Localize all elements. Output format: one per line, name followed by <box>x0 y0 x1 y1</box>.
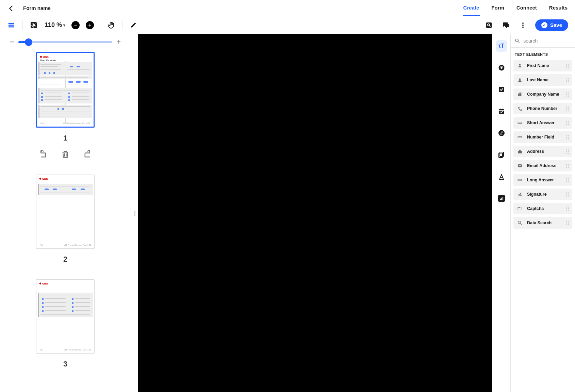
element-email-address[interactable]: Email Address <box>513 160 572 172</box>
comments-button[interactable] <box>501 20 511 30</box>
zoom-value: 110 % <box>45 21 62 29</box>
home-icon <box>517 149 523 154</box>
element-address[interactable]: Address <box>513 146 572 157</box>
category-text[interactable]: τT <box>496 40 507 52</box>
back-button[interactable] <box>7 4 15 12</box>
rotate-right-button[interactable] <box>83 149 93 159</box>
category-copy[interactable] <box>496 149 507 161</box>
delete-page-button[interactable] <box>61 149 70 159</box>
settings-button[interactable] <box>29 20 38 30</box>
save-button[interactable]: ✓ Save <box>535 19 568 31</box>
mail-icon <box>517 163 523 168</box>
page-number: 3 <box>63 360 67 369</box>
tab-connect[interactable]: Connect <box>516 0 538 16</box>
header: Form name Create Form Connect Results <box>0 0 575 16</box>
find-in-page-button[interactable] <box>484 20 494 30</box>
short-icon <box>517 134 523 140</box>
element-last-name[interactable]: Last Name <box>513 74 572 86</box>
element-signature[interactable]: Signature <box>513 189 572 200</box>
category-photo[interactable] <box>496 62 507 74</box>
drag-handle-icon[interactable] <box>566 92 569 97</box>
folder-icon <box>517 206 523 211</box>
drag-handle-icon[interactable] <box>566 121 569 125</box>
drag-handle-icon[interactable] <box>566 149 569 154</box>
tab-label: Results <box>549 5 568 11</box>
category-text-format[interactable] <box>496 171 507 182</box>
tab-form[interactable]: Form <box>491 0 505 16</box>
business-icon <box>517 92 523 97</box>
svg-rect-48 <box>500 199 500 200</box>
search-icon <box>517 220 523 226</box>
page-thumbnail-2[interactable]: UBS Pg 2UBS Financial Services · Rev 11-… <box>36 175 95 249</box>
drag-handle-icon[interactable] <box>566 164 569 168</box>
elements-search[interactable] <box>511 34 575 48</box>
elements-panel: TEXT ELEMENTS First NameLast NameCompany… <box>510 34 575 392</box>
tab-results[interactable]: Results <box>548 0 568 16</box>
more-menu-button[interactable] <box>518 20 528 30</box>
element-long-answer[interactable]: Long Answer <box>513 174 572 186</box>
thumbnail-panel: − + UBS Short Worksheet <box>0 34 131 392</box>
element-label: Captcha <box>527 206 544 211</box>
slider-thumb[interactable] <box>25 38 32 46</box>
slider-minus[interactable]: − <box>8 38 16 46</box>
thumbnail-zoom-slider[interactable]: − + <box>8 38 122 46</box>
drag-handle-icon[interactable] <box>566 64 569 68</box>
element-short-answer[interactable]: Short Answer <box>513 117 572 129</box>
document-canvas[interactable] <box>138 34 492 392</box>
element-number-field[interactable]: Number Field <box>513 131 572 143</box>
rotate-left-button[interactable] <box>38 149 48 159</box>
category-date[interactable] <box>496 105 507 117</box>
element-label: Short Answer <box>527 120 555 125</box>
panel-toggle-button[interactable] <box>7 20 16 30</box>
copy-icon <box>498 151 505 159</box>
element-label: Data Search <box>527 220 552 225</box>
elements-search-input[interactable] <box>523 38 571 44</box>
element-data-search[interactable]: Data Search <box>513 217 572 229</box>
page-thumbnail-1[interactable]: UBS Short Worksheet <box>36 52 95 128</box>
text-format-icon <box>498 173 505 180</box>
element-first-name[interactable]: First Name <box>513 60 572 71</box>
pan-tool-button[interactable] <box>106 20 116 30</box>
drag-handle-icon[interactable] <box>566 135 569 140</box>
header-tabs: Create Form Connect Results <box>463 0 568 16</box>
short-icon <box>517 177 523 183</box>
category-swap[interactable] <box>496 127 507 139</box>
tab-label: Create <box>463 5 479 11</box>
element-label: Last Name <box>527 78 548 82</box>
checkbox-icon <box>498 86 505 93</box>
category-checkbox[interactable] <box>496 84 507 95</box>
drag-handle-icon[interactable] <box>566 207 569 211</box>
toolbar: 110 % ▾ − + ✓ Save <box>0 16 575 34</box>
element-captcha[interactable]: Captcha <box>513 203 572 214</box>
zoom-out-button[interactable]: − <box>71 21 80 29</box>
category-chart[interactable] <box>496 193 507 204</box>
check-icon: ✓ <box>541 22 547 28</box>
tab-label: Form <box>491 5 504 11</box>
element-label: Signature <box>527 192 547 197</box>
zoom-dropdown[interactable]: 110 % ▾ <box>45 21 65 29</box>
page-thumbnail-3[interactable]: UBS Pg 3UBS Financial Services · Rev 11-… <box>36 279 95 354</box>
person-icon <box>517 77 523 83</box>
signature-icon <box>517 192 523 197</box>
elements-list: First NameLast NameCompany NamePhone Num… <box>511 60 575 229</box>
drag-handle-icon[interactable] <box>566 78 569 82</box>
tab-create[interactable]: Create <box>463 0 480 16</box>
save-label: Save <box>550 22 562 28</box>
element-label: Company Name <box>527 92 559 97</box>
form-title[interactable]: Form name <box>23 5 51 11</box>
zoom-in-button[interactable]: + <box>86 21 94 29</box>
edit-tool-button[interactable] <box>129 20 138 30</box>
drag-handle-icon[interactable] <box>566 192 569 197</box>
panel-resizer[interactable]: || <box>131 34 138 392</box>
drag-handle-icon[interactable] <box>566 107 569 111</box>
tab-label: Connect <box>516 5 537 11</box>
element-phone-number[interactable]: Phone Number <box>513 103 572 114</box>
search-icon <box>515 38 520 44</box>
slider-track[interactable] <box>18 41 112 43</box>
element-company-name[interactable]: Company Name <box>513 88 572 100</box>
drag-handle-icon[interactable] <box>566 221 569 225</box>
element-label: Phone Number <box>527 106 557 111</box>
slider-plus[interactable]: + <box>115 38 122 46</box>
drag-handle-icon[interactable] <box>566 178 569 182</box>
chart-icon <box>498 195 505 202</box>
